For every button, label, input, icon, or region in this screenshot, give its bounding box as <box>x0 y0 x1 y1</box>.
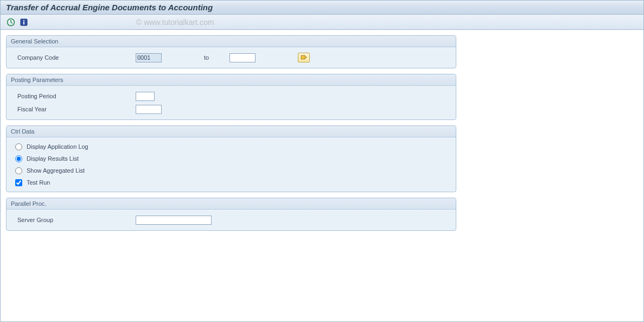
label-display-results[interactable]: Display Results List <box>27 155 79 162</box>
label-show-aggregated[interactable]: Show Aggregated List <box>27 167 85 174</box>
checkbox-test-run[interactable] <box>15 179 22 186</box>
label-server-group: Server Group <box>11 217 136 223</box>
app-container: Transfer of Accrual Engine Documents to … <box>0 0 644 322</box>
content-area: General Selection Company Code to <box>1 30 643 242</box>
label-fiscal-year: Fiscal Year <box>11 106 136 112</box>
label-posting-period: Posting Period <box>11 93 136 99</box>
label-company-code: Company Code <box>11 54 136 61</box>
company-code-to-input[interactable] <box>229 53 256 62</box>
row-test-run: Test Run <box>11 176 451 188</box>
group-title-general: General Selection <box>7 36 456 47</box>
group-general-selection: General Selection Company Code to <box>6 35 456 68</box>
row-server-group: Server Group <box>11 214 451 226</box>
group-title-ctrl: Ctrl Data <box>7 126 456 137</box>
radio-display-app-log[interactable] <box>15 143 22 150</box>
posting-period-input[interactable] <box>136 92 155 101</box>
radio-show-aggregated[interactable] <box>15 167 22 174</box>
group-parallel-proc: Parallel Proc. Server Group <box>6 198 456 231</box>
radio-display-results[interactable] <box>15 155 22 162</box>
group-posting-parameters: Posting Parameters Posting Period Fiscal… <box>6 74 456 120</box>
label-display-app-log[interactable]: Display Application Log <box>27 143 88 150</box>
group-title-parallel: Parallel Proc. <box>7 198 456 210</box>
info-icon[interactable] <box>19 17 29 27</box>
label-test-run[interactable]: Test Run <box>27 179 50 186</box>
group-title-posting: Posting Parameters <box>7 74 456 86</box>
page-title-bar: Transfer of Accrual Engine Documents to … <box>1 1 643 15</box>
row-posting-period: Posting Period <box>11 90 451 102</box>
svg-rect-5 <box>23 22 24 24</box>
toolbar: © www.tutorialkart.com <box>1 15 643 30</box>
group-ctrl-data: Ctrl Data Display Application Log Displa… <box>6 125 456 192</box>
label-to: to <box>204 54 209 61</box>
fiscal-year-input[interactable] <box>136 105 162 114</box>
svg-line-2 <box>11 22 12 23</box>
execute-icon[interactable] <box>6 17 16 27</box>
watermark: © www.tutorialkart.com <box>136 18 214 27</box>
svg-rect-4 <box>23 20 24 21</box>
server-group-input[interactable] <box>136 216 212 225</box>
company-code-from-input[interactable] <box>136 53 162 62</box>
row-display-app-log: Display Application Log <box>11 141 451 153</box>
row-show-aggregated: Show Aggregated List <box>11 165 451 176</box>
row-fiscal-year: Fiscal Year <box>11 103 451 115</box>
row-company-code: Company Code to <box>11 52 451 64</box>
multiple-selection-button[interactable] <box>298 53 310 62</box>
row-display-results: Display Results List <box>11 153 451 165</box>
page-title: Transfer of Accrual Engine Documents to … <box>6 3 213 12</box>
